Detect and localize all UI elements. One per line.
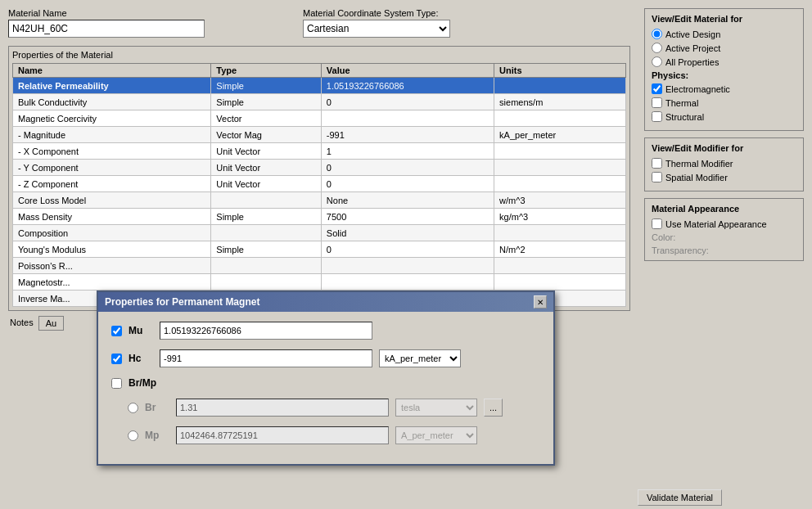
br-label: Br (145, 402, 169, 413)
mu-checkbox[interactable] (111, 326, 122, 336)
hc-label: Hc (129, 353, 153, 364)
brmp-checkbox[interactable] (111, 378, 122, 389)
br-unit-select[interactable]: tesla (395, 399, 477, 417)
modal-mu-row: Mu (111, 322, 540, 340)
mp-unit-select[interactable]: A_per_meter (395, 426, 477, 444)
hc-input[interactable] (160, 349, 372, 367)
br-input[interactable] (176, 399, 389, 417)
modal-dialog: Properties for Permanent Magnet ✕ Mu Hc … (97, 291, 555, 466)
hc-unit-select[interactable]: kA_per_meter (379, 349, 461, 367)
brmp-label: Br/Mp (129, 377, 153, 389)
modal-titlebar: Properties for Permanent Magnet ✕ (98, 292, 553, 312)
mp-radio[interactable] (128, 430, 138, 441)
modal-hc-row: Hc kA_per_meter (111, 349, 540, 367)
mp-label: Mp (145, 430, 169, 441)
mp-input[interactable] (176, 426, 389, 444)
modal-content: Mu Hc kA_per_meter Br/Mp (98, 312, 553, 464)
mu-input[interactable] (160, 322, 372, 340)
modal-brmp-row: Br/Mp (111, 377, 540, 389)
hc-checkbox[interactable] (111, 354, 122, 364)
modal-br-row: Br tesla ... (128, 399, 540, 417)
mu-label: Mu (129, 325, 153, 336)
br-radio[interactable] (128, 403, 138, 413)
dots-button[interactable]: ... (484, 399, 503, 417)
modal-mp-row: Mp A_per_meter (128, 426, 540, 444)
main-container: Material Name Material Coordinate System… (0, 0, 812, 509)
modal-title: Properties for Permanent Magnet (105, 296, 259, 308)
modal-close-button[interactable]: ✕ (534, 295, 547, 309)
modal-overlay: Properties for Permanent Magnet ✕ Mu Hc … (0, 0, 812, 509)
